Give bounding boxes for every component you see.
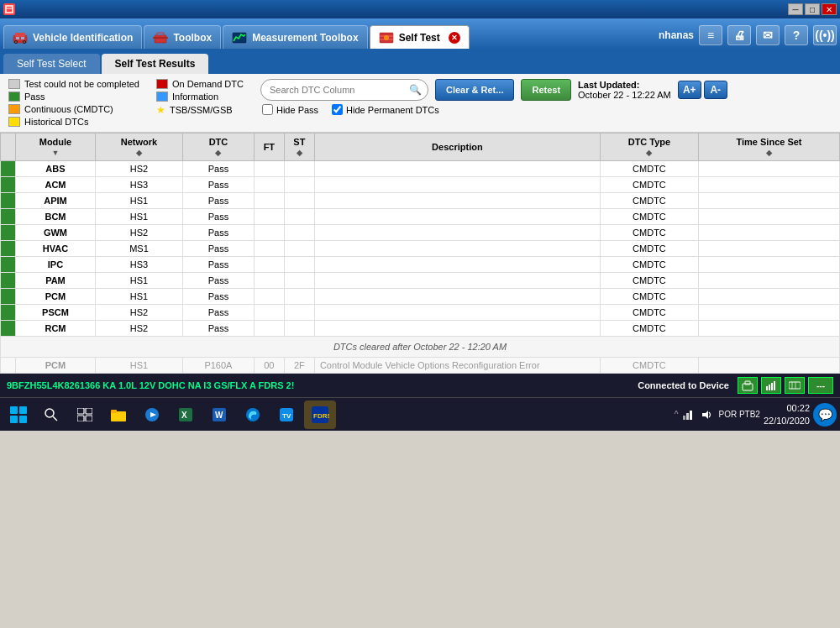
row-dtctype: CMDTC — [600, 241, 698, 257]
search-input[interactable] — [260, 79, 428, 101]
legend-item-notcompleted: Test could not be completed — [8, 79, 139, 89]
row-status-cell — [1, 273, 16, 289]
retest-button[interactable]: Retest — [521, 79, 571, 101]
tab-measurement-label: Measurement Toolbox — [252, 32, 358, 44]
row-description — [314, 225, 600, 241]
row-timesinceset — [699, 358, 840, 374]
tab-measurement[interactable]: Measurement Toolbox — [223, 25, 367, 49]
legend-bar: Test could not be completed Pass Continu… — [0, 74, 840, 133]
taskbar-search[interactable] — [35, 400, 67, 429]
maximize-button[interactable]: □ — [805, 3, 820, 15]
tab-toolbox-label: Toolbox — [173, 32, 212, 44]
subtab-selftest-select[interactable]: Self Test Select — [3, 54, 100, 74]
minimize-button[interactable]: ─ — [788, 3, 803, 15]
email-button[interactable]: ✉ — [756, 25, 780, 45]
taskbar-edge[interactable] — [237, 400, 269, 429]
col-dtc[interactable]: DTC ◆ — [182, 133, 254, 161]
row-dtc: Pass — [182, 161, 254, 177]
svg-rect-22 — [771, 383, 773, 390]
tab-toolbox[interactable]: Toolbox — [144, 25, 221, 49]
close-button[interactable]: ✕ — [822, 3, 837, 15]
taskbar-time-container: 00:22 22/10/2020 — [764, 402, 810, 427]
hide-permanent-checkbox-label[interactable]: Hide Permanent DTCs — [332, 104, 439, 115]
taskbar-explorer[interactable] — [102, 400, 134, 429]
col-dtctype[interactable]: DTC Type ◆ — [600, 133, 698, 161]
row-ft — [254, 321, 284, 337]
table-row: GWM HS2 Pass CMDTC — [1, 225, 840, 241]
row-status-cell — [1, 358, 16, 374]
title-bar-controls[interactable]: ─ □ ✕ — [788, 3, 837, 15]
tab-vehicle-identification[interactable]: Vehicle Identification — [3, 25, 142, 49]
row-dtc: Pass — [182, 177, 254, 193]
status-icon-3 — [785, 377, 805, 394]
svg-line-28 — [53, 416, 57, 421]
vin-info: 9BFZH55L4K8261366 KA 1.0L 12V DOHC NA I3… — [7, 380, 294, 390]
col-description[interactable]: Description — [314, 133, 600, 161]
status-bar: 9BFZH55L4K8261366 KA 1.0L 12V DOHC NA I3… — [0, 374, 840, 397]
row-status-cell — [1, 321, 16, 337]
legend-box-red — [156, 79, 168, 89]
help-button[interactable]: ? — [785, 25, 808, 45]
col-timesinceset[interactable]: Time Since Set ◆ — [699, 133, 840, 161]
font-increase-button[interactable]: A+ — [678, 81, 701, 99]
sub-tab-bar: Self Test Select Self Test Results — [0, 49, 840, 74]
row-module: BCM — [16, 209, 96, 225]
row-description: Control Module Vehicle Options Reconfigu… — [314, 358, 600, 374]
row-dtctype: CMDTC — [600, 358, 698, 374]
row-network: HS2 — [95, 321, 182, 337]
row-st — [284, 289, 314, 305]
clear-ret-button[interactable]: Clear & Ret... — [435, 79, 514, 101]
legend-item-ondemand: On Demand DTC — [156, 79, 244, 89]
row-network: HS2 — [95, 305, 182, 321]
row-status-cell — [1, 225, 16, 241]
taskbar-right: ^ POR PTB2 00:22 22/10/2020 💬 — [675, 402, 837, 427]
row-ft — [254, 225, 284, 241]
tab-selftest[interactable]: Self Test ✕ — [370, 25, 470, 49]
taskbar-fdrs[interactable]: FDRS — [304, 400, 336, 429]
hide-permanent-checkbox[interactable] — [332, 104, 343, 115]
taskbar-teamviewer[interactable]: TV — [270, 400, 302, 429]
legend-box-grey — [8, 79, 20, 89]
taskbar-excel[interactable]: X — [170, 400, 202, 429]
taskbar-date: 22/10/2020 — [764, 415, 810, 427]
svg-rect-24 — [789, 382, 801, 389]
start-button[interactable] — [3, 400, 34, 429]
last-updated-label: Last Updated: — [578, 80, 671, 90]
legend-notcompleted-label: Test could not be completed — [24, 79, 139, 89]
tab-close-button[interactable]: ✕ — [449, 32, 460, 44]
row-timesinceset — [699, 177, 840, 193]
col-timesinceset-sort: ◆ — [766, 149, 772, 157]
hide-pass-checkbox[interactable] — [262, 104, 273, 115]
row-status-cell — [1, 177, 16, 193]
wireless-button[interactable]: ((•)) — [813, 25, 837, 45]
row-status-cell — [1, 193, 16, 209]
taskbar-word[interactable]: W — [203, 400, 235, 429]
connected-label: Connected to Device — [638, 380, 729, 390]
row-module: GWM — [16, 225, 96, 241]
col-ft[interactable]: FT — [254, 133, 284, 161]
table-row: PCM HS1 Pass CMDTC — [1, 289, 840, 305]
row-dtc: Pass — [182, 305, 254, 321]
taskbar-taskview[interactable] — [69, 400, 101, 429]
svg-rect-3 — [15, 33, 25, 37]
legend-item-information: Information — [156, 92, 244, 102]
taskbar-media[interactable] — [136, 400, 168, 429]
subtab-selftest-results[interactable]: Self Test Results — [102, 54, 209, 74]
tray-expand[interactable]: ^ — [675, 410, 679, 419]
legend-pass-label: Pass — [24, 92, 45, 102]
row-dtctype: CMDTC — [600, 209, 698, 225]
svg-point-9 — [24, 41, 25, 43]
menu-button[interactable]: ≡ — [699, 25, 722, 45]
col-module[interactable]: Module ▼ — [16, 133, 96, 161]
row-network: HS1 — [95, 358, 182, 374]
row-module: RCM — [16, 321, 96, 337]
col-st[interactable]: ST ◆ — [284, 133, 314, 161]
dtc-table-container[interactable]: Module ▼ Network ◆ DTC ◆ FT — [0, 133, 840, 374]
font-decrease-button[interactable]: A- — [704, 81, 727, 99]
hide-pass-checkbox-label[interactable]: Hide Pass — [262, 104, 318, 115]
col-network[interactable]: Network ◆ — [95, 133, 182, 161]
taskbar-chat-button[interactable]: 💬 — [813, 403, 837, 427]
last-updated-value: October 22 - 12:22 AM — [578, 90, 671, 100]
print-button[interactable]: 🖨 — [727, 25, 751, 45]
row-status-cell — [1, 209, 16, 225]
